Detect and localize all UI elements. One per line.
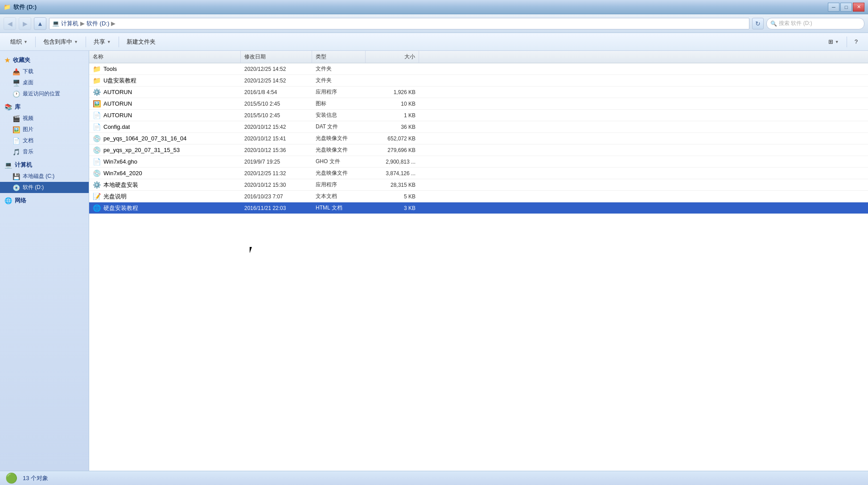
view-icon: ⊞ xyxy=(828,38,833,45)
file-name-cell: 🖼️ AUTORUN xyxy=(89,100,241,108)
table-row[interactable]: ⚙️ AUTORUN 2016/1/8 4:54 应用程序 1,926 KB xyxy=(89,86,868,98)
computer-section: 💻 计算机 💾 本地磁盘 (C:) 💿 软件 (D:) xyxy=(0,159,89,193)
favorites-icon: ★ xyxy=(4,57,10,64)
table-row[interactable]: 📁 Tools 2020/12/25 14:52 文件夹 xyxy=(89,63,868,75)
col-header-date[interactable]: 修改日期 xyxy=(241,51,312,63)
forward-button[interactable]: ▶ xyxy=(19,17,31,30)
sidebar-item-local-c[interactable]: 💾 本地磁盘 (C:) xyxy=(0,171,89,182)
view-button[interactable]: ⊞ ▼ xyxy=(823,35,844,49)
maximize-button[interactable]: □ xyxy=(840,3,852,12)
file-list-container[interactable]: 名称 修改日期 类型 大小 📁 Tools 2020/12/25 14:52 文… xyxy=(89,51,868,471)
file-name: Tools xyxy=(103,66,117,72)
breadcrumb-sep-2: ▶ xyxy=(111,20,115,27)
breadcrumb-sep-1: ▶ xyxy=(80,20,85,27)
computer-header[interactable]: 💻 计算机 xyxy=(0,159,89,171)
file-name: Win7x64_2020 xyxy=(103,170,142,177)
file-size: 10 KB xyxy=(366,101,419,107)
table-row[interactable]: 💿 pe_yqs_xp_20_07_31_15_53 2020/10/12 15… xyxy=(89,144,868,156)
table-row[interactable]: 🌐 硬盘安装教程 2016/11/21 22:03 HTML 文档 3 KB xyxy=(89,202,868,214)
statusbar: 🟢 13 个对象 xyxy=(0,471,868,485)
minimize-button[interactable]: ─ xyxy=(828,3,839,12)
file-date: 2020/12/25 14:52 xyxy=(241,78,312,84)
library-header[interactable]: 📚 库 xyxy=(0,101,89,113)
file-name-cell: 📁 U盘安装教程 xyxy=(89,77,241,85)
file-name-cell: 🌐 硬盘安装教程 xyxy=(89,204,241,212)
file-icon: ⚙️ xyxy=(93,88,101,96)
search-icon: 🔍 xyxy=(770,21,777,27)
up-button[interactable]: ▲ xyxy=(34,17,46,30)
table-row[interactable]: 💿 Win7x64_2020 2020/12/25 11:32 光盘映像文件 3… xyxy=(89,168,868,179)
share-button[interactable]: 共享 ▼ xyxy=(89,35,116,49)
library-dropdown-icon: ▼ xyxy=(74,40,78,44)
file-rows: 📁 Tools 2020/12/25 14:52 文件夹 📁 U盘安装教程 20… xyxy=(89,63,868,214)
file-icon: 📁 xyxy=(93,65,101,73)
sidebar-item-doc[interactable]: 📄 文档 xyxy=(0,135,89,146)
col-header-type[interactable]: 类型 xyxy=(312,51,366,63)
back-button[interactable]: ◀ xyxy=(4,17,16,30)
new-folder-button[interactable]: 新建文件夹 xyxy=(122,35,160,49)
sidebar-item-software-d[interactable]: 💿 软件 (D:) xyxy=(0,182,89,193)
file-size: 1,926 KB xyxy=(366,89,419,95)
file-date: 2020/12/25 14:52 xyxy=(241,66,312,72)
file-date: 2015/5/10 2:45 xyxy=(241,112,312,119)
favorites-section: ★ 收藏夹 📥 下载 🖥️ 桌面 🕐 最近访问的位置 xyxy=(0,54,89,99)
file-type: 光盘映像文件 xyxy=(312,135,366,142)
refresh-button[interactable]: ↻ xyxy=(752,18,764,29)
help-button[interactable]: ? xyxy=(850,35,863,49)
folder-icon: 📁 xyxy=(4,4,11,10)
sidebar-item-recent[interactable]: 🕐 最近访问的位置 xyxy=(0,88,89,99)
table-row[interactable]: 📄 Config.dat 2020/10/12 15:42 DAT 文件 36 … xyxy=(89,121,868,133)
file-size: 36 KB xyxy=(366,124,419,130)
file-name-cell: ⚙️ 本地硬盘安装 xyxy=(89,181,241,189)
file-size: 3 KB xyxy=(366,205,419,211)
sidebar-item-image[interactable]: 🖼️ 图片 xyxy=(0,124,89,135)
recent-icon: 🕐 xyxy=(12,90,20,98)
file-date: 2019/9/7 19:25 xyxy=(241,159,312,165)
table-row[interactable]: 📝 光盘说明 2016/10/23 7:07 文本文档 5 KB xyxy=(89,191,868,202)
col-header-size[interactable]: 大小 xyxy=(366,51,419,63)
share-dropdown-icon: ▼ xyxy=(107,40,111,44)
file-list-header: 名称 修改日期 类型 大小 xyxy=(89,51,868,63)
file-name: AUTORUN xyxy=(103,100,132,107)
file-icon: 💿 xyxy=(93,146,101,154)
file-size: 3,874,126 ... xyxy=(366,170,419,177)
file-type: 应用程序 xyxy=(312,88,366,96)
titlebar-title: 📁 软件 (D:) xyxy=(4,3,37,11)
table-row[interactable]: 🖼️ AUTORUN 2015/5/10 2:45 图标 10 KB xyxy=(89,98,868,110)
doc-icon: 📄 xyxy=(12,137,20,144)
file-name: AUTORUN xyxy=(103,89,132,95)
breadcrumb[interactable]: 💻 计算机 ▶ 软件 (D:) ▶ xyxy=(49,18,749,29)
file-name-cell: 📄 Config.dat xyxy=(89,123,241,131)
titlebar-controls: ─ □ ✕ xyxy=(828,3,864,12)
table-row[interactable]: 📄 Win7x64.gho 2019/9/7 19:25 GHO 文件 2,90… xyxy=(89,156,868,168)
table-row[interactable]: 📁 U盘安装教程 2020/12/25 14:52 文件夹 xyxy=(89,75,868,86)
file-icon: 📄 xyxy=(93,123,101,131)
toolbar-separator-4 xyxy=(847,37,847,47)
library-section: 📚 库 🎬 视频 🖼️ 图片 📄 文档 🎵 音乐 xyxy=(0,101,89,157)
table-row[interactable]: 📄 AUTORUN 2015/5/10 2:45 安装信息 1 KB xyxy=(89,110,868,121)
favorites-header[interactable]: ★ 收藏夹 xyxy=(0,54,89,66)
file-name-cell: 📄 AUTORUN xyxy=(89,111,241,119)
sidebar-item-music[interactable]: 🎵 音乐 xyxy=(0,146,89,157)
file-icon: ⚙️ xyxy=(93,181,101,189)
file-date: 2020/10/12 15:42 xyxy=(241,124,312,130)
organize-button[interactable]: 组织 ▼ xyxy=(5,35,33,49)
file-size: 279,696 KB xyxy=(366,147,419,153)
col-header-name[interactable]: 名称 xyxy=(89,51,241,63)
table-row[interactable]: ⚙️ 本地硬盘安装 2020/10/12 15:30 应用程序 28,315 K… xyxy=(89,179,868,191)
file-type: HTML 文档 xyxy=(312,204,366,212)
file-date: 2015/5/10 2:45 xyxy=(241,101,312,107)
search-bar[interactable]: 🔍 搜索 软件 (D:) xyxy=(766,18,864,29)
network-header[interactable]: 🌐 网络 xyxy=(0,195,89,206)
sidebar-item-download[interactable]: 📥 下载 xyxy=(0,66,89,77)
file-icon: 💿 xyxy=(93,169,101,177)
view-dropdown-icon: ▼ xyxy=(835,40,839,44)
sidebar-item-desktop[interactable]: 🖥️ 桌面 xyxy=(0,77,89,88)
add-to-library-button[interactable]: 包含到库中 ▼ xyxy=(38,35,83,49)
file-name: AUTORUN xyxy=(103,112,132,119)
sidebar-item-video[interactable]: 🎬 视频 xyxy=(0,113,89,124)
close-button[interactable]: ✕ xyxy=(853,3,864,12)
file-name-cell: 📁 Tools xyxy=(89,65,241,73)
table-row[interactable]: 💿 pe_yqs_1064_20_07_31_16_04 2020/10/12 … xyxy=(89,133,868,144)
file-name-cell: 📝 光盘说明 xyxy=(89,193,241,201)
